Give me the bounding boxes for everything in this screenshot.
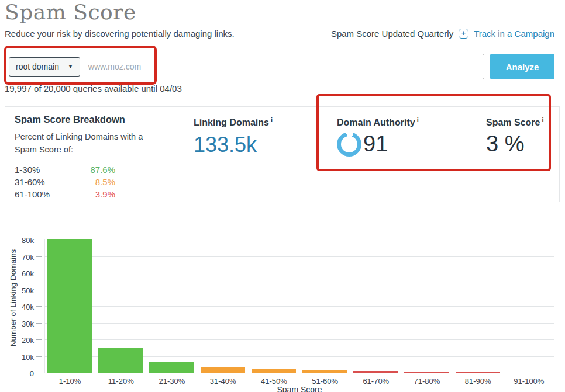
plot-area: 010k20k30k40k50k60k70k80k1-10%11-20%21-3… <box>44 229 554 373</box>
x-tick-label: 41-50% <box>249 377 299 386</box>
x-tick-label: 11-20% <box>95 377 146 386</box>
info-icon[interactable]: i <box>417 116 419 123</box>
y-tick-label: 40k <box>8 303 34 311</box>
url-input[interactable] <box>80 55 484 78</box>
y-tick-label: 60k <box>8 269 34 278</box>
y-tick-label: 10k <box>8 353 34 362</box>
bar-column <box>504 229 554 373</box>
x-tick-label: 81-90% <box>453 377 504 386</box>
breakdown-range-label: 1-30% <box>15 164 40 176</box>
domain-authority-ring-icon <box>337 132 361 157</box>
x-tick-label: 91-100% <box>504 377 554 386</box>
x-tick-label: 21-30% <box>146 377 197 386</box>
y-tick-mark <box>36 273 42 273</box>
breakdown-rows: 1-30%87.6%31-60%8.5%61-100%3.9% <box>15 164 161 200</box>
x-tick-label: 1-10% <box>44 377 95 386</box>
linking-domains-metric: Linking Domainsi 133.5k <box>194 116 273 157</box>
y-tick-mark <box>36 323 42 324</box>
y-axis-label: Number of Linking Domains <box>9 249 18 347</box>
breakdown-title: Spam Score Breakdown <box>15 114 161 125</box>
subheader: Reduce your risk by discovering potentia… <box>0 23 565 39</box>
bar[interactable] <box>404 372 449 373</box>
x-tick-label: 31-40% <box>198 377 249 386</box>
subheader-right: Spam Score Updated Quarterly + Track in … <box>331 29 554 39</box>
y-tick-mark <box>36 306 42 307</box>
bar[interactable] <box>353 371 398 373</box>
spam-score-chart: Number of Linking Domains 010k20k30k40k5… <box>0 229 565 392</box>
y-tick-label: 80k <box>8 236 34 245</box>
domain-authority-label-text: Domain Authority <box>337 117 415 127</box>
domain-authority-label: Domain Authorityi <box>337 116 419 128</box>
domain-authority-value: 91 <box>363 131 388 157</box>
y-tick-mark <box>36 339 42 340</box>
domain-authority-value-row: 91 <box>337 131 419 157</box>
bar-column <box>453 229 504 373</box>
bar-column <box>146 229 197 373</box>
updated-quarterly-note: Spam Score Updated Quarterly <box>331 29 453 39</box>
chevron-down-icon: ▼ <box>68 64 73 70</box>
info-icon[interactable]: i <box>271 116 273 123</box>
bar[interactable] <box>98 348 143 373</box>
breakdown-range-label: 61-100% <box>15 188 50 200</box>
x-tick-label: 61-70% <box>350 377 401 386</box>
header-divider <box>0 43 565 43</box>
queries-note: 19,997 of 20,000 queries available until… <box>5 84 565 93</box>
add-to-campaign-icon[interactable]: + <box>459 29 468 39</box>
bar-column <box>198 229 249 373</box>
spam-score-label-text: Spam Score <box>486 117 540 127</box>
bar-column <box>249 229 299 373</box>
page-subtitle: Reduce your risk by discovering potentia… <box>5 29 235 39</box>
bar[interactable] <box>47 239 92 373</box>
breakdown-row: 61-100%3.9% <box>15 188 115 200</box>
metrics-panel: Spam Score Breakdown Percent of Linking … <box>5 106 560 202</box>
x-axis-label: Spam Score <box>44 385 554 392</box>
spam-score-page: Spam Score Reduce your risk by discoveri… <box>0 0 565 392</box>
bar[interactable] <box>456 372 500 373</box>
breakdown-row: 31-60%8.5% <box>15 176 115 188</box>
page-title: Spam Score <box>0 0 565 23</box>
x-tick-label: 51-60% <box>299 377 350 386</box>
y-tick-label: 0 <box>8 369 34 378</box>
bar[interactable] <box>201 367 245 373</box>
y-tick-label: 30k <box>8 320 34 328</box>
breakdown-percent-value: 3.9% <box>95 188 115 200</box>
track-in-campaign-link[interactable]: Track in a Campaign <box>474 29 554 39</box>
search-row: root domain ▼ Analyze <box>5 54 554 79</box>
bar-column <box>299 229 350 373</box>
bar-column <box>350 229 401 373</box>
y-tick-label: 70k <box>8 253 34 262</box>
linking-domains-value: 133.5k <box>194 133 273 157</box>
breakdown-description: Percent of Linking Domains with a Spam S… <box>15 131 152 157</box>
domain-authority-metric: Domain Authorityi 91 <box>337 116 419 157</box>
y-tick-mark <box>36 290 42 290</box>
breakdown-percent-value: 8.5% <box>95 176 115 188</box>
breakdown-row: 1-30%87.6% <box>15 164 115 176</box>
breakdown-range-label: 31-60% <box>15 176 45 188</box>
x-tick-label: 71-80% <box>401 377 452 386</box>
linking-domains-label: Linking Domainsi <box>194 116 273 128</box>
y-tick-mark <box>36 256 42 257</box>
bar[interactable] <box>302 370 347 373</box>
spam-score-label: Spam Scorei <box>486 116 544 128</box>
y-tick-label: 20k <box>8 336 34 345</box>
spam-score-value: 3 % <box>486 131 544 157</box>
y-tick-mark <box>36 356 42 357</box>
url-input-container: root domain ▼ <box>5 54 484 79</box>
y-tick-mark <box>36 240 42 240</box>
bar-column <box>95 229 146 373</box>
y-tick-label: 50k <box>8 286 34 295</box>
linking-domains-label-text: Linking Domains <box>194 117 269 127</box>
info-icon[interactable]: i <box>542 116 543 123</box>
bar-column <box>401 229 452 373</box>
bar[interactable] <box>507 373 551 374</box>
spam-score-metric: Spam Scorei 3 % <box>486 116 544 157</box>
analyze-button[interactable]: Analyze <box>490 54 554 79</box>
scope-dropdown-label: root domain <box>16 62 59 71</box>
bar[interactable] <box>252 369 296 373</box>
breakdown-percent-value: 87.6% <box>90 164 115 176</box>
scope-dropdown[interactable]: root domain ▼ <box>9 57 80 77</box>
bar-column <box>44 229 95 373</box>
bar[interactable] <box>149 362 194 373</box>
spam-score-breakdown: Spam Score Breakdown Percent of Linking … <box>15 114 161 200</box>
